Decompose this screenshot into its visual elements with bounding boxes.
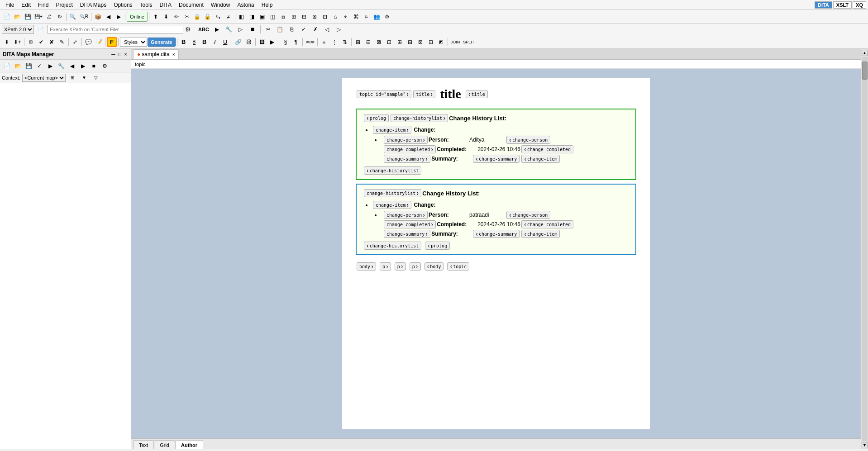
check-out-button[interactable]: ⬇ [161,12,171,22]
play2-button[interactable]: ▷ [236,24,246,34]
blue-changesummary-open[interactable]: change-summary [384,230,430,238]
sb-validate-button[interactable]: ✓ [34,61,44,71]
menu-project[interactable]: Project [52,1,76,9]
pilcrow-button[interactable]: ¶ [291,37,301,47]
para-button[interactable]: § [281,37,291,47]
mode-xslt-button[interactable]: XSLT [833,1,852,9]
x-button[interactable]: ✘ [47,37,57,47]
unlock-button[interactable]: 🔓 [203,12,213,22]
table8-button[interactable]: ⊡ [426,37,436,47]
green-changeitem-close[interactable]: change-item [521,155,560,163]
mode-xq-button[interactable]: XQ [853,1,866,9]
blue-changecompleted-close[interactable]: change-completed [521,220,573,228]
scissors-button[interactable]: ✂ [182,12,192,22]
f-highlight-button[interactable]: F [107,37,117,47]
check-in-button[interactable]: ⬆ [151,12,161,22]
back-button[interactable]: ◀ [103,12,113,22]
table2-button[interactable]: ⊟ [363,37,373,47]
tb-btn-j[interactable]: ⌂ [330,12,340,22]
menu-dita[interactable]: DITA [156,1,175,9]
cut-button[interactable]: ✂ [263,24,273,34]
title-close-tag[interactable]: title [466,90,488,98]
green-changecompleted-close[interactable]: change-completed [521,145,573,153]
sb-config-button[interactable]: 🔧 [56,61,66,71]
archive-button[interactable]: 📦 [93,12,103,22]
media-button[interactable]: ▶ [267,37,277,47]
tb-btn-i[interactable]: ⊡ [320,12,330,22]
pencil-button[interactable]: ✎ [57,37,67,47]
scroll-down-button[interactable]: ▼ [862,442,868,448]
menu-window[interactable]: Window [207,1,234,9]
green-changeitem-open[interactable]: change-item [373,126,411,134]
print-button[interactable]: 🖨 [44,12,54,22]
tb-btn-f[interactable]: ⊞ [289,12,299,22]
arrow-left2-button[interactable]: ◁ [322,24,332,34]
green-changeperson-open[interactable]: change-person [384,136,428,144]
tb-btn-l[interactable]: ⌘ [351,12,361,22]
generate-button[interactable]: Generate [148,38,176,47]
reject-button[interactable]: ✗ [310,24,320,34]
arrow-right2-button[interactable]: ▷ [334,24,344,34]
tb-btn-e[interactable]: ⧈ [278,12,288,22]
table-button[interactable]: ⊞ [353,37,363,47]
active-tab[interactable]: ● sample.dita × [133,49,179,59]
comment-button[interactable]: 💬 [83,37,93,47]
open-button[interactable]: 📂 [12,12,22,22]
stop-button[interactable]: ⏹ [248,24,258,34]
copy-button[interactable]: ⎘ [287,24,297,34]
mode-dita-button[interactable]: DITA [815,1,832,9]
new-button[interactable]: 📄 [2,12,12,22]
tb-btn-g[interactable]: ⊟ [299,12,309,22]
refresh-button[interactable]: ↻ [55,12,65,22]
split-button[interactable]: SPLIT [462,37,476,47]
check-button[interactable]: ✔ [36,37,46,47]
list-button[interactable]: ≡ [319,37,329,47]
people-button[interactable]: 👥 [372,12,382,22]
tb-btn-m[interactable]: ⌗ [362,12,372,22]
green-changehistorylist-open[interactable]: change-historylist [391,114,448,122]
bold2-button[interactable]: B [200,37,210,47]
indent2-button[interactable]: ⬇+ [12,37,23,47]
body-open-tag[interactable]: body [357,262,376,271]
sb-open-button[interactable]: 📂 [13,61,23,71]
vertical-scrollbar[interactable]: ▲ ▼ [861,49,868,449]
italic-button[interactable]: I [210,37,220,47]
code-button[interactable]: ≪≫ [304,37,316,47]
tab-close-button[interactable]: × [172,52,175,57]
sb-dark-button[interactable]: ■ [89,61,99,71]
p2-open-tag[interactable]: p [395,262,406,271]
topic-close-tag[interactable]: topic [447,262,469,271]
blue-changeperson-close[interactable]: change-person [506,211,550,219]
compare-button[interactable]: ⇆ [213,12,223,22]
settings-button[interactable]: ⚙ [382,12,392,22]
menu-edit[interactable]: Edit [18,1,34,9]
blue-changehistorylist-open[interactable]: change-historylist [364,189,421,197]
blue-changecompleted-open[interactable]: change-completed [384,220,436,228]
indent-button[interactable]: ⬇ [2,37,12,47]
online-button[interactable]: Online [127,12,148,22]
paste-button[interactable]: 📋 [275,24,285,34]
green-changehistorylist-close[interactable]: change-historylist [364,166,421,175]
context-btn1[interactable]: ⊞ [67,73,77,83]
sb-prev-button[interactable]: ◀ [67,61,77,71]
sort-button[interactable]: ⇅ [340,37,350,47]
image-button[interactable]: 🖼 [257,37,267,47]
scroll-up-button[interactable]: ▲ [862,50,868,56]
underline-button[interactable]: U [220,37,230,47]
tb-btn-b[interactable]: ◨ [247,12,257,22]
diff-button[interactable]: ≠ [224,12,234,22]
table3-button[interactable]: ⊠ [374,37,384,47]
ordered-list-button[interactable]: ⋮ [329,37,339,47]
sb-next-button[interactable]: ▶ [78,61,88,71]
bold-button[interactable]: B [179,37,189,47]
table5-button[interactable]: ⊞ [395,37,405,47]
link-button[interactable]: 🔗 [234,37,243,47]
context-select[interactable]: <Current map> [22,74,66,82]
body2-close-tag[interactable]: body [424,262,444,271]
tab-author[interactable]: Author [175,440,203,449]
save-all-button[interactable]: 💾+ [33,12,44,22]
xpath-version-select[interactable]: XPath 2.0 [2,25,34,34]
edit-button[interactable]: ✏ [172,12,181,22]
blue-prolog-close[interactable]: prolog [425,242,450,250]
blue-changesummary-close[interactable]: change-summary [473,230,520,238]
